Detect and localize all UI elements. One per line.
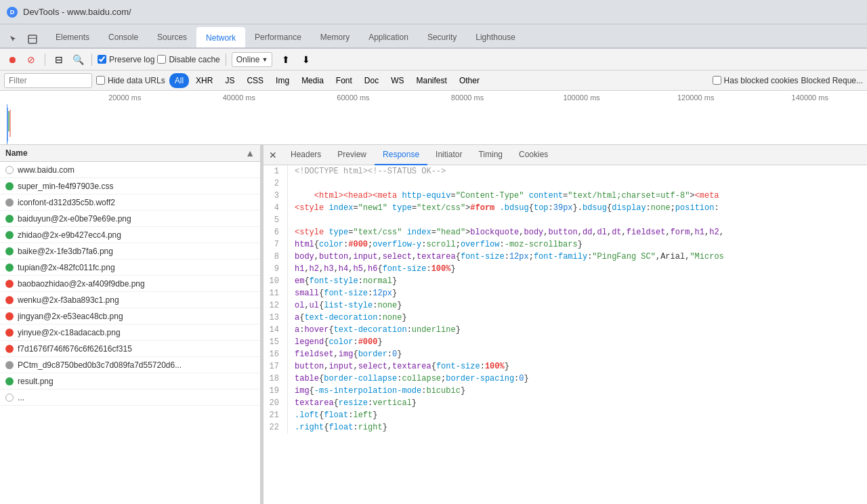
tab-headers[interactable]: Headers (282, 145, 329, 165)
chevron-down-icon: ▼ (261, 56, 268, 63)
list-item[interactable]: wenku@2x-f3aba893c1.png (0, 292, 260, 308)
preserve-log-label[interactable]: Preserve log (98, 55, 154, 64)
list-item[interactable]: zhidao@2x-e9b427ecc4.png (0, 227, 260, 243)
disable-cache-checkbox[interactable] (157, 55, 166, 64)
filter-tab-manifest[interactable]: Manifest (411, 73, 452, 88)
tab-response[interactable]: Response (375, 145, 427, 165)
hide-data-urls-checkbox[interactable] (96, 76, 105, 85)
file-list-scroll[interactable]: www.baidu.com super_min-fe4f97903e.css i… (0, 162, 260, 504)
list-item[interactable]: baobaozhidao@2x-af409f9dbe.png (0, 276, 260, 292)
disable-cache-label[interactable]: Disable cache (157, 55, 219, 64)
filter-tab-img[interactable]: Img (270, 73, 295, 88)
tab-timing[interactable]: Timing (470, 145, 511, 165)
filter-tab-media[interactable]: Media (296, 73, 329, 88)
file-name: baiduyun@2x-e0be79e69e.png (18, 214, 131, 224)
import-har-button[interactable]: ⬆ (278, 51, 294, 68)
file-name: result.png (18, 377, 54, 386)
toolbar-separator-1 (45, 54, 45, 66)
dock-icon[interactable] (24, 31, 41, 47)
tab-initiator[interactable]: Initiator (427, 145, 470, 165)
list-item[interactable]: baiduyun@2x-e0be79e69e.png (0, 211, 260, 227)
line-number: 16 (263, 348, 288, 360)
disable-cache-text: Disable cache (169, 55, 219, 64)
tab-security[interactable]: Security (418, 27, 466, 47)
status-indicator (5, 312, 14, 320)
export-har-button[interactable]: ⬇ (298, 51, 314, 68)
code-line: 8 body,button,input,select,textarea{font… (263, 251, 867, 263)
line-content (288, 214, 295, 226)
list-item[interactable]: www.baidu.com (0, 162, 260, 178)
status-indicator (5, 198, 14, 207)
filter-tab-js[interactable]: JS (219, 73, 240, 88)
list-item[interactable]: result.png (0, 373, 260, 390)
line-number: 6 (263, 226, 288, 238)
close-button[interactable]: ✕ (266, 148, 280, 162)
filter-tab-xhr[interactable]: XHR (190, 73, 218, 88)
code-viewer[interactable]: 1 <!DOCTYPE html><!--STATUS OK--> 2 3 <h… (263, 165, 867, 504)
record-button[interactable]: ⏺ (4, 51, 20, 68)
timeline-labels: 20000 ms 40000 ms 60000 ms 80000 ms 1000… (0, 91, 867, 102)
filter-tab-css[interactable]: CSS (241, 73, 269, 88)
tab-console[interactable]: Console (99, 27, 148, 47)
line-number: 21 (263, 409, 288, 421)
hide-data-urls-label[interactable]: Hide data URLs (96, 76, 165, 85)
tab-lighthouse[interactable]: Lighthouse (466, 27, 525, 47)
code-line: 18 table{border-collapse:collapse;border… (263, 373, 867, 385)
has-blocked-label[interactable]: Has blocked cookies Blocked Reque... (713, 76, 863, 85)
list-item[interactable]: f7d1676f746f676c6f62616cf315 (0, 341, 260, 357)
line-number: 7 (263, 238, 288, 251)
window-title: DevTools - www.baidu.com/ (23, 7, 131, 17)
code-line: 16 fieldset,img{border:0} (263, 348, 867, 360)
list-item[interactable]: yinyue@2x-c18adacacb.png (0, 324, 260, 341)
favicon: D (7, 7, 18, 18)
timeline-graph-area (3, 104, 867, 144)
filter-tab-doc[interactable]: Doc (359, 73, 384, 88)
tab-application[interactable]: Application (359, 27, 418, 47)
search-button[interactable]: 🔍 (70, 51, 86, 68)
resource-type-filter: All XHR JS CSS Img Media Font Doc WS Man… (169, 73, 485, 88)
stop-button[interactable]: ⊘ (23, 51, 39, 68)
list-item[interactable]: PCtm_d9c8750bed0b3c7d089fa7d55720d6... (0, 357, 260, 373)
list-item[interactable]: tupian@2x-482fc011fc.png (0, 259, 260, 276)
preserve-log-checkbox[interactable] (98, 55, 106, 64)
tab-performance[interactable]: Performance (245, 27, 311, 47)
preserve-log-text: Preserve log (109, 55, 154, 64)
line-number: 1 (263, 165, 288, 177)
tab-elements[interactable]: Elements (46, 27, 99, 47)
filter-tab-font[interactable]: Font (331, 73, 358, 88)
filter-tab-other[interactable]: Other (454, 73, 485, 88)
line-content: img{-ms-interpolation-mode:bicubic} (288, 385, 465, 397)
filter-tab-all[interactable]: All (169, 73, 189, 88)
tab-sources[interactable]: Sources (148, 27, 196, 47)
list-item[interactable]: baike@2x-1fe3db7fa6.png (0, 243, 260, 259)
tab-network[interactable]: Network (196, 27, 245, 47)
filter-input[interactable] (4, 73, 92, 88)
line-content: <!DOCTYPE html><!--STATUS OK--> (288, 165, 446, 177)
code-line: 17 button,input,select,textarea{font-siz… (263, 360, 867, 373)
tab-memory[interactable]: Memory (311, 27, 359, 47)
tab-cookies[interactable]: Cookies (511, 145, 556, 165)
scroll-up-button[interactable]: ▲ (245, 148, 255, 159)
code-line: 20 textarea{resize:vertical} (263, 397, 867, 409)
file-name: yinyue@2x-c18adacacb.png (18, 328, 121, 337)
list-item[interactable]: super_min-fe4f97903e.css (0, 178, 260, 194)
has-blocked-checkbox[interactable] (713, 76, 721, 85)
list-item[interactable]: iconfont-d312d35c5b.woff2 (0, 194, 260, 211)
cursor-icon[interactable] (5, 31, 22, 47)
status-indicator (5, 166, 14, 174)
filter-button[interactable]: ⊟ (51, 51, 67, 68)
code-line: 14 a:hover{text-decoration:underline} (263, 324, 867, 336)
line-content: em{font-style:normal} (288, 275, 397, 287)
status-indicator (5, 296, 14, 304)
throttle-select[interactable]: Online ▼ (232, 52, 273, 67)
status-indicator (5, 264, 14, 272)
line-content: a{text-decoration:none} (288, 312, 407, 324)
tab-preview[interactable]: Preview (329, 145, 375, 165)
file-name: www.baidu.com (18, 165, 75, 175)
line-number: 10 (263, 275, 288, 287)
file-name: f7d1676f746f676c6f62616cf315 (18, 344, 132, 354)
filter-tab-ws[interactable]: WS (385, 73, 409, 88)
list-item[interactable]: jingyan@2x-e53eac48cb.png (0, 308, 260, 324)
line-content (288, 177, 295, 190)
list-item[interactable]: ... (0, 390, 260, 406)
